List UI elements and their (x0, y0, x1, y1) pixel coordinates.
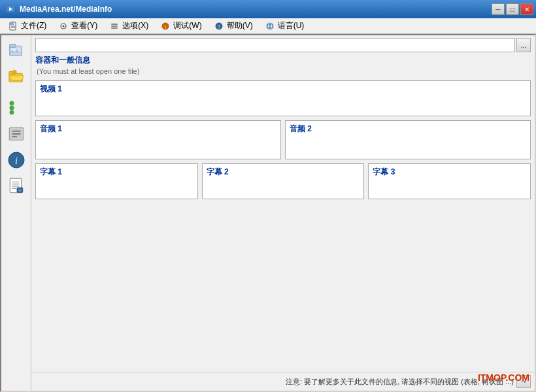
svg-rect-3 (10, 22, 14, 25)
menu-view-label: 查看(Y) (71, 20, 97, 31)
menu-bar: 文件(Z) 查看(Y) 选项(X) i 调试(W) (0, 18, 536, 34)
info-icon[interactable]: i (5, 149, 27, 171)
file-icon (8, 22, 18, 31)
svg-text:?: ? (217, 24, 220, 30)
svg-point-41 (18, 189, 21, 191)
open-folder-icon[interactable] (5, 65, 27, 88)
options-icon (109, 22, 120, 31)
menu-language[interactable]: 语言(U) (260, 20, 310, 33)
view-icon (58, 22, 69, 31)
menu-file[interactable]: 文件(Z) (3, 20, 52, 33)
path-bar: ... (31, 35, 535, 55)
subtitle1-box: 字幕 1 (35, 163, 198, 199)
svg-text:i: i (165, 24, 166, 30)
svg-point-28 (9, 110, 14, 115)
minimize-button[interactable]: ─ (492, 3, 505, 15)
audio2-title: 音频 2 (290, 123, 526, 135)
note-text: 注意: 要了解更多关于此文件的信息, 请选择不同的视图 (表格, 树状图 ...… (286, 377, 514, 387)
subtitle-row: 字幕 1 字幕 2 字幕 3 (35, 163, 531, 199)
general-section-title: 容器和一般信息 (35, 55, 531, 66)
window-title: MediaArea.net/MediaInfo (20, 5, 112, 14)
subtitle1-title: 字幕 1 (40, 167, 193, 178)
subtitle3-title: 字幕 3 (373, 167, 526, 178)
content-area: i ... (1, 35, 535, 391)
language-icon (265, 22, 275, 31)
audio1-box: 音频 1 (35, 120, 281, 159)
note-arrow-button[interactable]: → (516, 375, 531, 388)
svg-rect-10 (111, 27, 118, 29)
maximize-button[interactable]: □ (506, 3, 519, 15)
audio1-title: 音频 1 (40, 123, 276, 135)
close-button[interactable]: ✕ (520, 3, 533, 15)
document-icon[interactable] (5, 175, 27, 197)
general-section: 容器和一般信息 (You must at least open one file… (35, 55, 531, 75)
svg-rect-25 (12, 71, 16, 74)
svg-rect-19 (9, 44, 15, 48)
svg-point-26 (9, 101, 14, 106)
menu-options[interactable]: 选项(X) (104, 20, 154, 33)
svg-rect-8 (111, 24, 118, 25)
left-sidebar: i (1, 35, 31, 391)
audio-row: 音频 1 音频 2 (35, 120, 531, 159)
title-bar-left: MediaArea.net/MediaInfo (5, 4, 112, 14)
path-more-button[interactable]: ... (516, 38, 531, 52)
settings-icon[interactable] (5, 123, 27, 145)
svg-point-27 (9, 106, 14, 110)
title-bar: MediaArea.net/MediaInfo ─ □ ✕ (0, 0, 536, 18)
bottom-note: 注意: 要了解更多关于此文件的信息, 请选择不同的视图 (表格, 树状图 ...… (31, 372, 535, 391)
subtitle2-box: 字幕 2 (202, 163, 365, 199)
help-icon: ? (214, 22, 224, 31)
menu-help[interactable]: ? 帮助(V) (209, 20, 258, 33)
main-window: i ... (0, 34, 536, 392)
audio2-box: 音频 2 (285, 120, 531, 159)
app-icon (5, 4, 16, 14)
menu-file-label: 文件(Z) (21, 20, 46, 31)
menu-language-label: 语言(U) (278, 20, 305, 31)
menu-options-label: 选项(X) (122, 20, 148, 31)
svg-rect-9 (111, 25, 118, 27)
window-controls: ─ □ ✕ (492, 3, 533, 15)
menu-debug[interactable]: i 调试(W) (155, 20, 207, 33)
video1-box: 视频 1 (35, 80, 531, 116)
svg-point-7 (63, 25, 65, 27)
video-row: 视频 1 (35, 80, 531, 116)
menu-debug-label: 调试(W) (173, 20, 201, 31)
video1-title: 视频 1 (40, 84, 526, 95)
menu-view[interactable]: 查看(Y) (53, 20, 103, 33)
info-panel: ... 容器和一般信息 (You must at least open one … (31, 35, 535, 391)
general-section-subtitle: (You must at least open one file) (35, 67, 531, 75)
debug-icon: i (160, 22, 171, 31)
subtitle3-box: 字幕 3 (368, 163, 531, 199)
media-sections: 容器和一般信息 (You must at least open one file… (31, 55, 535, 372)
path-input[interactable] (35, 38, 515, 52)
dots-icon[interactable] (5, 97, 27, 119)
subtitle2-title: 字幕 2 (207, 167, 360, 178)
menu-help-label: 帮助(V) (227, 20, 253, 31)
sections-grid: 视频 1 音频 1 音频 2 (35, 80, 531, 199)
open-file-icon[interactable] (5, 39, 27, 61)
svg-text:i: i (15, 156, 18, 166)
